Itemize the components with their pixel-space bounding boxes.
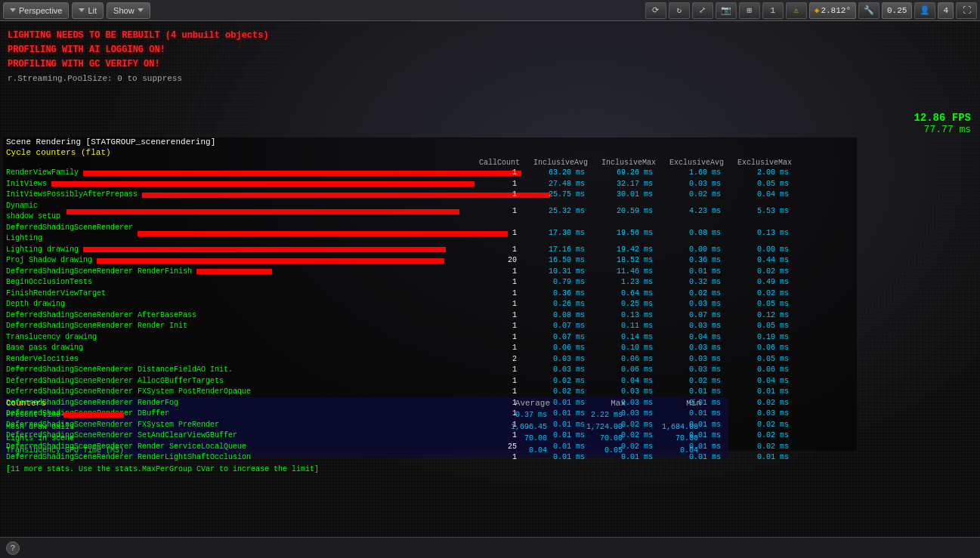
stat-name-14: Base pass drawing — [6, 343, 459, 354]
stat-inclavg-13: 0.07 ms — [520, 332, 588, 344]
stat-name-18: DeferredShadingSceneRenderer FXSystem Po… — [6, 387, 459, 398]
bottom-toolbar: ? — [0, 537, 980, 558]
stat-inclmax-11: 0.13 ms — [588, 310, 656, 322]
scale-btn[interactable]: 0.25 — [882, 2, 912, 19]
stat-bar-1 — [51, 181, 475, 187]
stat-name-0: RenderViewFamily — [6, 168, 459, 179]
cnt-bar-0 — [63, 412, 124, 418]
angle-btn[interactable]: ◈ 2.812° — [809, 2, 856, 19]
stat-inclavg-15: 0.03 ms — [520, 354, 588, 365]
stat-callcount-18: 1 — [459, 387, 520, 398]
stat-name-13: Translucency drawing — [6, 332, 459, 344]
stat-exclmax-16: 0.06 ms — [724, 365, 792, 376]
player-btn[interactable]: 👤 — [914, 2, 935, 19]
stat-exclmax-5: 0.00 ms — [724, 245, 792, 256]
rotate-icon-btn[interactable]: ↻ — [669, 2, 690, 19]
cnt-avg-0: 0.37 ms — [475, 409, 550, 421]
warning-line-2: PROFILING WITH AI LOGGING ON! — [8, 43, 269, 57]
counters-max-header: Max — [550, 399, 626, 408]
stat-row: BeginOcclusionTests 1 0.79 ms 1.23 ms 0.… — [6, 277, 852, 288]
stat-callcount-0: 1 — [459, 168, 520, 179]
stat-inclavg-18: 0.02 ms — [520, 387, 588, 398]
stat-inclmax-4: 19.56 ms — [588, 228, 656, 239]
stat-name-11: DeferredShadingSceneRenderer AfterBasePa… — [6, 310, 459, 322]
col-exclavg-header: ExclusiveAvg — [656, 159, 724, 167]
count-btn[interactable]: 4 — [938, 2, 954, 19]
scale-icon-btn[interactable]: ⤢ — [692, 2, 713, 19]
stat-bar-3 — [66, 209, 459, 214]
stat-exclavg-14: 0.03 ms — [656, 343, 724, 354]
stat-name-4: DeferredShadingSceneRenderer Lighting — [6, 223, 459, 245]
stat-callcount-14: 1 — [459, 343, 520, 354]
stat-inclavg-0: 63.20 ms — [520, 168, 588, 179]
camera-btn[interactable]: 📷 — [716, 2, 737, 19]
stat-name-3: Dynamic shadow setup — [6, 201, 459, 223]
stat-inclmax-3: 20.59 ms — [588, 206, 656, 217]
stat-row: Depth drawing 1 0.26 ms 0.25 ms 0.03 ms … — [6, 299, 852, 310]
perspective-button[interactable]: Perspective — [3, 2, 69, 19]
stat-exclavg-15: 0.03 ms — [656, 354, 724, 365]
warning-btn[interactable]: ⚠ — [786, 2, 807, 19]
help-button[interactable]: ? — [6, 541, 20, 555]
stat-bar-0 — [83, 171, 521, 176]
cnt-min-3: 0.04 — [626, 445, 701, 457]
perspective-label: Perspective — [19, 6, 62, 15]
stat-exclavg-9: 0.02 ms — [656, 288, 724, 300]
stat-exclavg-17: 0.02 ms — [656, 376, 724, 387]
stat-inclavg-7: 10.31 ms — [520, 267, 588, 278]
cnt-avg-2: 70.00 — [475, 433, 550, 445]
cnt-max-2: 70.00 — [550, 433, 626, 445]
angle-icon: ◈ — [815, 5, 820, 15]
grid2-btn[interactable]: 🔧 — [858, 2, 880, 19]
stat-exclmax-23: 0.02 ms — [724, 442, 792, 453]
cnt-name-1: Mesh draw calls — [6, 421, 475, 433]
stat-exclavg-18: 0.01 ms — [656, 387, 724, 398]
maximize-btn[interactable]: ⛶ — [956, 2, 977, 19]
col-inclavg-header: InclusiveAvg — [520, 159, 588, 167]
stat-exclmax-13: 0.10 ms — [724, 332, 792, 344]
cnt-min-2: 70.00 — [626, 433, 701, 445]
stat-row: RenderViewFamily 1 63.20 ms 69.26 ms 1.6… — [6, 168, 852, 179]
stat-exclavg-5: 0.00 ms — [656, 245, 724, 256]
stat-exclavg-12: 0.03 ms — [656, 321, 724, 332]
cnt-avg-3: 0.04 — [475, 445, 550, 457]
stat-row: FinishRenderViewTarget 1 0.36 ms 0.64 ms… — [6, 288, 852, 300]
counter-row: Present time 0.37 ms 2.22 ms — [6, 409, 716, 421]
stats-columns: CallCount InclusiveAvg InclusiveMax Excl… — [6, 159, 852, 167]
stat-row: Dynamic shadow setup 1 25.32 ms 20.59 ms… — [6, 201, 852, 223]
stat-callcount-5: 1 — [459, 245, 520, 256]
stat-exclmax-18: 0.01 ms — [724, 387, 792, 398]
stat-exclavg-16: 0.03 ms — [656, 365, 724, 376]
stat-inclavg-16: 0.03 ms — [520, 365, 588, 376]
stat-inclmax-1: 32.17 ms — [588, 179, 656, 190]
show-button[interactable]: Show — [107, 2, 150, 19]
stat-name-7: DeferredShadingSceneRenderer RenderFinis… — [6, 267, 459, 278]
translate-icon-btn[interactable]: ⟳ — [645, 2, 666, 19]
stat-row: RenderVelocities 2 0.03 ms 0.06 ms 0.03 … — [6, 354, 852, 365]
lit-button[interactable]: Lit — [72, 2, 104, 19]
grid-btn[interactable]: ⊞ — [739, 2, 760, 19]
stat-exclavg-13: 0.04 ms — [656, 332, 724, 344]
stat-exclavg-4: 0.08 ms — [656, 228, 724, 239]
counters-header: Counters Average Max Min — [6, 399, 716, 408]
stat-exclmax-12: 0.05 ms — [724, 321, 792, 332]
stat-exclavg-0: 1.60 ms — [656, 168, 724, 179]
stat-name-9: FinishRenderViewTarget — [6, 288, 459, 300]
stat-exclmax-14: 0.06 ms — [724, 343, 792, 354]
stat-exclmax-21: 0.02 ms — [724, 420, 792, 431]
cnt-name-2: Lights in scene — [6, 433, 475, 445]
stat-row: Translucency drawing 1 0.07 ms 0.14 ms 0… — [6, 332, 852, 344]
top-toolbar: Perspective Lit Show ⟳ ↻ ⤢ 📷 ⊞ 1 ⚠ ◈ 2.8… — [0, 0, 980, 21]
col-inclmax-header: InclusiveMax — [588, 159, 656, 167]
stat-inclavg-5: 17.16 ms — [520, 245, 588, 256]
stat-callcount-4: 1 — [459, 228, 520, 239]
stat-inclmax-12: 0.11 ms — [588, 321, 656, 332]
mode-btn[interactable]: 1 — [762, 2, 784, 19]
stat-row: Lighting drawing 1 17.16 ms 19.42 ms 0.0… — [6, 245, 852, 256]
counters-rows: Present time 0.37 ms 2.22 ms Mesh draw c… — [6, 409, 716, 456]
stat-callcount-9: 1 — [459, 288, 520, 300]
stat-row: DeferredShadingSceneRenderer RenderFinis… — [6, 267, 852, 278]
stat-exclavg-10: 0.03 ms — [656, 299, 724, 310]
stat-inclavg-14: 0.06 ms — [520, 343, 588, 354]
stat-inclmax-15: 0.06 ms — [588, 354, 656, 365]
